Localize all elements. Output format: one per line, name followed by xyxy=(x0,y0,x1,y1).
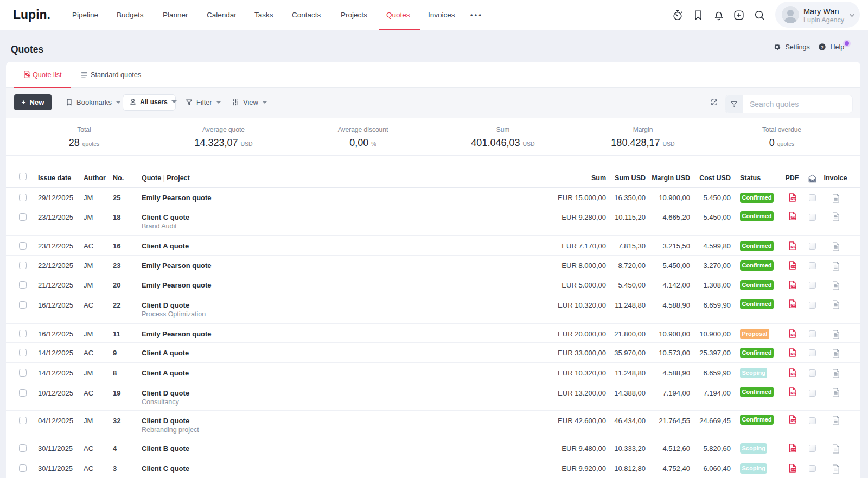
svg-text:PDF: PDF xyxy=(791,448,795,451)
svg-text:PDF: PDF xyxy=(791,197,795,200)
svg-text:PDF: PDF xyxy=(791,246,795,248)
svg-text:PDF: PDF xyxy=(791,304,795,307)
svg-text:PDF: PDF xyxy=(791,353,795,355)
svg-text:PDF: PDF xyxy=(791,216,795,219)
svg-text:PDF: PDF xyxy=(791,392,795,394)
svg-text:PDF: PDF xyxy=(791,468,795,471)
svg-text:PDF: PDF xyxy=(791,419,795,422)
svg-text:PDF: PDF xyxy=(791,265,795,268)
svg-text:PDF: PDF xyxy=(791,285,795,288)
svg-text:?: ? xyxy=(821,44,824,49)
svg-text:PDF: PDF xyxy=(791,373,795,375)
svg-text:PDF: PDF xyxy=(791,334,795,336)
